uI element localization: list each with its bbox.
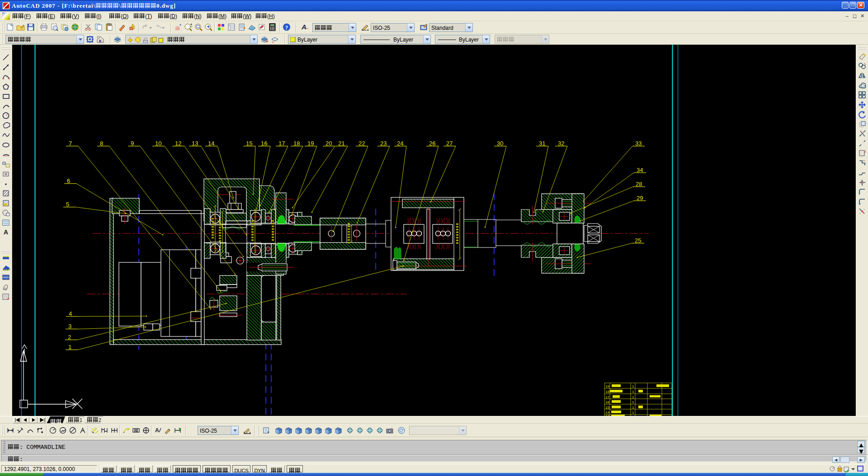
svg-text:9: 9: [131, 140, 134, 147]
svg-text:+1: +1: [134, 429, 138, 432]
svg-text:28: 28: [636, 181, 642, 187]
svg-text:2: 2: [68, 334, 71, 341]
svg-text:A: A: [4, 229, 8, 236]
svg-text:15: 15: [246, 140, 252, 147]
svg-text:20: 20: [326, 140, 332, 147]
svg-text:19: 19: [605, 384, 609, 388]
svg-text:34: 34: [637, 167, 643, 173]
svg-text:19: 19: [307, 140, 314, 147]
svg-text:27: 27: [446, 140, 453, 147]
svg-text:1: 1: [632, 384, 634, 388]
svg-text:1: 1: [632, 411, 634, 415]
svg-text:A: A: [301, 23, 307, 31]
svg-text:3: 3: [68, 323, 71, 330]
svg-text:32: 32: [558, 140, 564, 147]
svg-text:1: 1: [68, 344, 71, 350]
svg-text:18: 18: [293, 140, 300, 147]
svg-text:?: ?: [285, 24, 288, 31]
svg-text:1: 1: [632, 400, 634, 404]
svg-text:26: 26: [429, 140, 435, 147]
svg-text:16: 16: [605, 400, 609, 404]
svg-text:17: 17: [605, 395, 609, 399]
svg-text:6: 6: [67, 177, 70, 184]
svg-text:1: 1: [632, 395, 634, 399]
svg-text:25: 25: [635, 237, 641, 244]
svg-text:13: 13: [192, 140, 198, 147]
svg-text:31: 31: [539, 140, 545, 147]
svg-text:4: 4: [69, 310, 72, 317]
svg-text:1: 1: [632, 390, 634, 394]
svg-text:22: 22: [359, 140, 365, 147]
svg-text:5: 5: [66, 201, 69, 208]
svg-text:17: 17: [278, 140, 285, 147]
svg-text:33: 33: [635, 140, 642, 147]
svg-text:24: 24: [397, 140, 403, 147]
svg-text:10: 10: [155, 140, 161, 147]
svg-text:14: 14: [208, 140, 214, 147]
svg-text:7: 7: [69, 140, 72, 147]
svg-text:23: 23: [380, 140, 387, 147]
svg-text:A: A: [155, 427, 159, 434]
svg-text:21: 21: [338, 140, 344, 147]
svg-text:8: 8: [100, 140, 103, 147]
svg-text:29: 29: [637, 195, 643, 201]
svg-text:18: 18: [605, 390, 609, 394]
svg-text:12: 12: [175, 140, 181, 147]
svg-text:16: 16: [261, 140, 267, 147]
svg-text:30: 30: [497, 140, 503, 147]
svg-text:1: 1: [632, 406, 634, 410]
svg-text:15: 15: [605, 406, 609, 410]
